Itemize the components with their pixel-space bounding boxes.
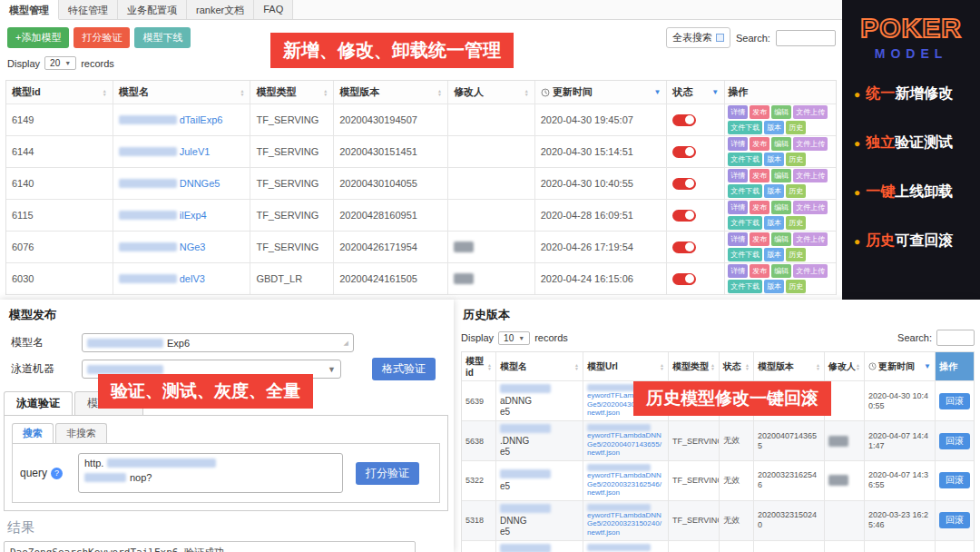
model-name-link[interactable]: JuleV1 bbox=[180, 146, 211, 157]
column-header-model-url[interactable]: 模型Url▲▼ bbox=[583, 352, 669, 380]
model-name-link[interactable]: DNNGe5 bbox=[180, 178, 220, 189]
feature-item: ●独立验证测试 bbox=[854, 133, 980, 153]
edit-button[interactable]: 编辑 bbox=[771, 232, 791, 246]
history-button[interactable]: 历史 bbox=[786, 248, 806, 261]
edit-button[interactable]: 编辑 bbox=[771, 169, 791, 182]
detail-button[interactable]: 详情 bbox=[728, 169, 748, 182]
detail-button[interactable]: 详情 bbox=[728, 232, 748, 246]
tab-model-management[interactable]: 模型管理 bbox=[0, 0, 59, 20]
column-header-model-id[interactable]: 模型id▲▼ bbox=[462, 352, 496, 380]
tab-search-query[interactable]: 搜索 bbox=[12, 423, 54, 443]
status-toggle[interactable] bbox=[672, 178, 696, 190]
edit-button[interactable]: 编辑 bbox=[771, 105, 791, 119]
column-header-model-name[interactable]: 模型名 ▲▼ bbox=[113, 81, 251, 104]
page-size-select[interactable]: 20 ▼ bbox=[44, 56, 76, 70]
help-icon[interactable]: ? bbox=[51, 468, 63, 479]
tab-lane-verify[interactable]: 泳道验证 bbox=[4, 391, 73, 415]
model-url-link[interactable]: eywordTFLambdaDNNGe5/20200407143655/newt… bbox=[587, 431, 664, 458]
rollback-button[interactable]: 回滚 bbox=[939, 472, 970, 488]
column-header-model-type[interactable]: 模型类型 ▲▼ bbox=[250, 81, 334, 104]
model-url-link[interactable]: eywordTFLambdaDNNGe5/20200323162546/newt… bbox=[587, 471, 664, 498]
file-download-button[interactable]: 文件下载 bbox=[728, 248, 762, 261]
rollback-button[interactable]: 回滚 bbox=[939, 433, 970, 449]
file-upload-button[interactable]: 文件上传 bbox=[793, 264, 828, 278]
column-header-update-time[interactable]: 更新时间 ▼ bbox=[865, 352, 936, 380]
column-header-modifier[interactable]: 修改人▲▼ bbox=[825, 352, 865, 380]
edit-button[interactable]: 编辑 bbox=[771, 201, 791, 214]
query-url-input[interactable]: http. nop? bbox=[78, 453, 343, 493]
score-verify-submit-button[interactable]: 打分验证 bbox=[356, 462, 419, 485]
tab-non-search-query[interactable]: 非搜索 bbox=[55, 423, 107, 443]
tab-business-config[interactable]: 业务配置项 bbox=[118, 0, 187, 19]
detail-button[interactable]: 详情 bbox=[728, 201, 748, 214]
status-toggle[interactable] bbox=[672, 146, 696, 158]
history-button[interactable]: 历史 bbox=[786, 153, 806, 166]
model-name-link[interactable]: ilExp4 bbox=[180, 210, 207, 221]
file-download-button[interactable]: 文件下载 bbox=[728, 216, 762, 230]
version-button[interactable]: 版本 bbox=[764, 121, 784, 134]
rollback-button[interactable]: 回滚 bbox=[939, 393, 970, 409]
history-button[interactable]: 历史 bbox=[786, 216, 806, 230]
status-toggle[interactable] bbox=[672, 210, 696, 222]
publish-button[interactable]: 发布 bbox=[750, 264, 769, 278]
column-header-status[interactable]: 状态 ▼ bbox=[667, 81, 725, 104]
column-header-operations[interactable]: 操作 bbox=[936, 352, 974, 380]
file-download-button[interactable]: 文件下载 bbox=[728, 121, 762, 134]
add-model-button[interactable]: +添加模型 bbox=[7, 27, 69, 48]
history-button[interactable]: 历史 bbox=[786, 280, 806, 293]
history-button[interactable]: 历史 bbox=[786, 184, 806, 198]
version-button[interactable]: 版本 bbox=[764, 280, 784, 293]
history-button[interactable]: 历史 bbox=[786, 121, 806, 134]
version-button[interactable]: 版本 bbox=[764, 184, 784, 198]
column-header-update-time[interactable]: 更新时间 ▼ bbox=[535, 81, 668, 104]
search-input[interactable] bbox=[776, 30, 836, 46]
version-button[interactable]: 版本 bbox=[764, 248, 784, 261]
model-url-link[interactable]: eywordTFLambdaDNNGe5/20200323150240/newt… bbox=[587, 511, 664, 537]
column-header-model-id[interactable]: 模型id ▲▼ bbox=[6, 81, 113, 104]
model-name-link[interactable]: dTailExp6 bbox=[180, 114, 223, 125]
version-button[interactable]: 版本 bbox=[764, 216, 784, 230]
column-header-status[interactable]: 状态▲▼ bbox=[720, 352, 754, 380]
file-upload-button[interactable]: 文件上传 bbox=[793, 201, 828, 214]
column-header-model-name[interactable]: 模型名▲▼ bbox=[496, 352, 583, 380]
history-search-input[interactable] bbox=[936, 330, 975, 346]
edit-button[interactable]: 编辑 bbox=[771, 264, 791, 278]
status-toggle[interactable] bbox=[672, 273, 696, 285]
publish-button[interactable]: 发布 bbox=[750, 137, 769, 151]
model-offline-button[interactable]: 模型下线 bbox=[134, 27, 191, 48]
file-download-button[interactable]: 文件下载 bbox=[728, 153, 762, 166]
full-table-search-toggle[interactable]: 全表搜索 bbox=[666, 27, 730, 48]
file-download-button[interactable]: 文件下载 bbox=[728, 280, 762, 293]
file-upload-button[interactable]: 文件上传 bbox=[793, 137, 828, 151]
model-name-field[interactable]: Exp6 ◢ bbox=[82, 333, 354, 352]
publish-button[interactable]: 发布 bbox=[750, 201, 769, 214]
status-toggle[interactable] bbox=[672, 242, 696, 253]
column-header-model-version[interactable]: 模型版本▲▼ bbox=[754, 352, 825, 380]
column-header-modifier[interactable]: 修改人 ▲▼ bbox=[448, 81, 535, 104]
tab-feature-management[interactable]: 特征管理 bbox=[59, 0, 118, 19]
file-download-button[interactable]: 文件下载 bbox=[728, 184, 762, 198]
tab-ranker-docs[interactable]: ranker文档 bbox=[187, 0, 254, 19]
detail-button[interactable]: 详情 bbox=[728, 264, 748, 278]
model-name-link[interactable]: NGe3 bbox=[180, 242, 206, 252]
history-page-size-select[interactable]: 10 ▼ bbox=[498, 331, 530, 345]
version-button[interactable]: 版本 bbox=[764, 153, 784, 166]
rollback-button[interactable]: 回滚 bbox=[939, 512, 970, 528]
column-header-model-version[interactable]: 模型版本 ▲▼ bbox=[334, 81, 448, 104]
score-verify-button[interactable]: 打分验证 bbox=[74, 27, 130, 48]
model-name-link[interactable]: delV3 bbox=[180, 273, 205, 284]
publish-button[interactable]: 发布 bbox=[750, 105, 769, 119]
status-toggle[interactable] bbox=[672, 114, 696, 126]
column-header-operations[interactable]: 操作 bbox=[725, 81, 836, 104]
format-verify-button[interactable]: 格式验证 bbox=[372, 358, 436, 380]
file-upload-button[interactable]: 文件上传 bbox=[793, 232, 828, 246]
file-upload-button[interactable]: 文件上传 bbox=[793, 169, 828, 182]
column-header-model-type[interactable]: 模型类型▲▼ bbox=[669, 352, 720, 380]
detail-button[interactable]: 详情 bbox=[728, 137, 748, 151]
tab-faq[interactable]: FAQ bbox=[254, 0, 293, 19]
file-upload-button[interactable]: 文件上传 bbox=[793, 105, 828, 119]
publish-button[interactable]: 发布 bbox=[750, 169, 769, 182]
edit-button[interactable]: 编辑 bbox=[771, 137, 791, 151]
publish-button[interactable]: 发布 bbox=[750, 232, 769, 246]
detail-button[interactable]: 详情 bbox=[728, 105, 748, 119]
